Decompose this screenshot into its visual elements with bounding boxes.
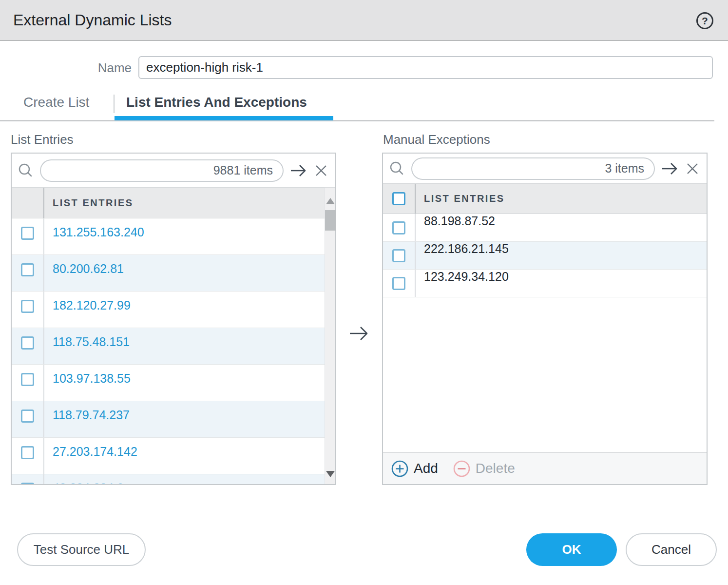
clear-search-icon[interactable]: [314, 163, 328, 178]
row-checkbox[interactable]: [21, 336, 34, 350]
tab-bar: Create List List Entries And Exceptions: [0, 93, 728, 122]
empty-rows-area: [383, 375, 707, 452]
items-count: 3 items: [605, 161, 644, 176]
row-checkbox[interactable]: [21, 300, 34, 313]
list-entry-row[interactable]: 131.255.163.240: [12, 218, 325, 255]
delete-button[interactable]: Delete: [453, 460, 515, 478]
add-button[interactable]: Add: [391, 460, 438, 478]
name-field-label: Name: [0, 60, 132, 76]
search-icon[interactable]: [388, 160, 405, 177]
tab-separator: [114, 95, 115, 113]
tab-create-list[interactable]: Create List: [23, 95, 89, 110]
list-entry-value: 118.79.74.237: [44, 401, 130, 437]
select-all-checkbox[interactable]: [392, 192, 405, 205]
row-checkbox[interactable]: [21, 446, 34, 459]
exception-value: 123.249.34.120: [416, 270, 509, 297]
exception-value: 222.186.21.145: [416, 242, 509, 269]
search-pill: 3 items: [411, 157, 655, 180]
help-icon[interactable]: ?: [696, 12, 713, 29]
scrollbar-thumb[interactable]: [325, 210, 336, 231]
list-entries-searchbar: 9881 items: [12, 154, 335, 188]
search-icon[interactable]: [17, 162, 34, 179]
row-checkbox[interactable]: [392, 221, 405, 234]
name-field[interactable]: [138, 56, 713, 79]
table-header: LIST ENTRIES: [12, 188, 325, 218]
page-title: External Dynamic Lists: [13, 11, 172, 29]
clear-search-icon[interactable]: [685, 161, 700, 176]
tab-bar-baseline: [0, 120, 714, 121]
list-entry-value: 182.120.27.99: [44, 292, 131, 328]
row-checkbox[interactable]: [21, 410, 34, 423]
scroll-up-icon[interactable]: [326, 198, 335, 204]
list-entry-row[interactable]: 103.97.138.55: [12, 365, 325, 401]
exception-value: 88.198.87.52: [416, 214, 495, 241]
list-entry-value: 42.234.234.0: [44, 474, 124, 484]
list-entry-value: 131.255.163.240: [44, 218, 144, 254]
ok-button[interactable]: OK: [526, 533, 617, 566]
search-input[interactable]: [422, 161, 605, 176]
list-entry-row[interactable]: 27.203.174.142: [12, 438, 325, 474]
column-header-list-entries: LIST ENTRIES: [44, 188, 325, 218]
vertical-scrollbar[interactable]: [325, 188, 335, 484]
active-tab-underline: [115, 116, 333, 120]
list-entries-panel: 9881 items LIST ENTRIES 131.255.163.240 …: [11, 153, 336, 485]
search-input[interactable]: [51, 163, 213, 178]
header-checkbox-column: [12, 188, 44, 218]
list-entry-row[interactable]: 80.200.62.81: [12, 255, 325, 292]
list-entry-value: 103.97.138.55: [44, 365, 131, 401]
manual-exceptions-panel-title: Manual Exceptions: [383, 132, 490, 147]
list-entry-row[interactable]: 42.234.234.0: [12, 474, 325, 484]
search-submit-arrow-icon[interactable]: [289, 162, 308, 179]
list-entry-row[interactable]: 118.79.74.237: [12, 401, 325, 438]
manual-exceptions-footer: Add Delete: [383, 452, 707, 484]
exception-row[interactable]: 123.249.34.120: [383, 270, 707, 297]
row-checkbox[interactable]: [21, 263, 34, 276]
manual-exceptions-searchbar: 3 items: [383, 154, 707, 184]
row-checkbox[interactable]: [392, 249, 405, 262]
dialog-titlebar: External Dynamic Lists ?: [0, 0, 728, 41]
list-entries-rows: 131.255.163.240 80.200.62.81 182.120.27.…: [12, 218, 325, 484]
transfer-arrow-icon: [348, 323, 370, 346]
row-checkbox[interactable]: [392, 277, 405, 290]
items-count: 9881 items: [213, 163, 273, 177]
delete-icon: [453, 460, 471, 478]
list-entry-row[interactable]: 182.120.27.99: [12, 292, 325, 328]
list-entry-value: 118.75.48.151: [44, 328, 130, 364]
list-entry-value: 27.203.174.142: [44, 438, 137, 474]
test-source-url-button[interactable]: Test Source URL: [17, 533, 146, 566]
scroll-down-icon[interactable]: [326, 471, 335, 477]
list-entry-value: 80.200.62.81: [44, 255, 124, 291]
add-icon: [391, 460, 409, 478]
list-entries-panel-title: List Entries: [11, 132, 74, 147]
table-header: LIST ENTRIES: [383, 184, 707, 214]
column-header-list-entries: LIST ENTRIES: [416, 184, 707, 214]
tab-list-entries-and-exceptions[interactable]: List Entries And Exceptions: [126, 95, 307, 110]
list-entry-row[interactable]: 118.75.48.151: [12, 328, 325, 365]
search-submit-arrow-icon[interactable]: [661, 160, 679, 177]
exception-row[interactable]: 222.186.21.145: [383, 242, 707, 270]
exception-row[interactable]: 88.198.87.52: [383, 214, 707, 242]
row-checkbox[interactable]: [21, 227, 34, 240]
manual-exceptions-rows: 88.198.87.52 222.186.21.145 123.249.34.1…: [383, 214, 707, 375]
search-pill: 9881 items: [40, 159, 284, 182]
manual-exceptions-panel: 3 items LIST ENTRIES 88.198.87.52 222.18…: [382, 153, 708, 485]
row-checkbox[interactable]: [21, 373, 34, 386]
row-checkbox[interactable]: [21, 483, 34, 484]
cancel-button[interactable]: Cancel: [626, 533, 717, 566]
